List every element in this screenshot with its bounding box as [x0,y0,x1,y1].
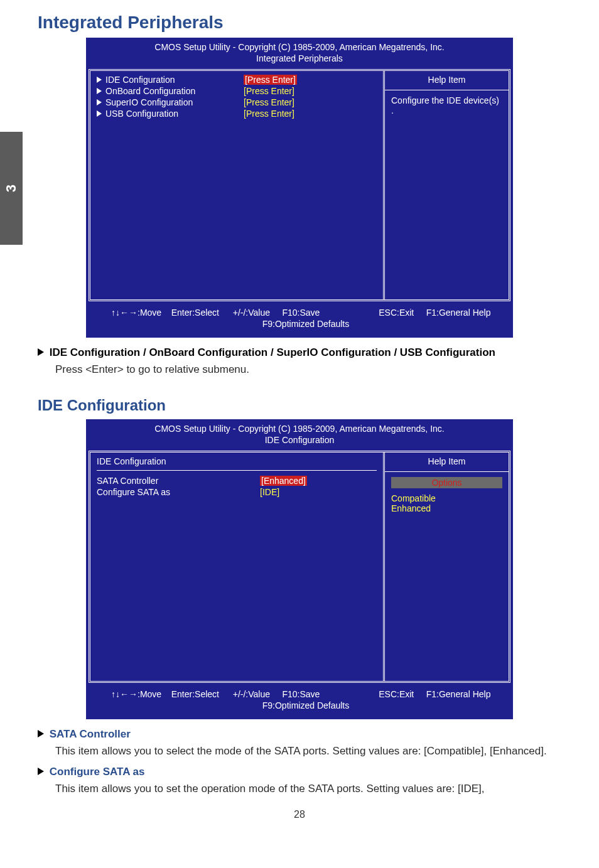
footer-general-text: F1:General Help [426,308,491,318]
bios-header-line2: Integrated Peripherals [86,53,513,64]
description-block-sata: SATA Controller This item allows you to … [38,728,561,759]
section-title-ide-config: IDE Configuration [38,397,561,414]
option-compatible: Compatible [391,493,502,503]
bios-header: CMOS Setup Utility - Copyright (C) 1985-… [86,419,513,451]
desc-header: Configure SATA as [38,766,561,778]
help-separator [385,471,509,472]
options-list: Compatible Enhanced [391,493,502,513]
help-title: Help Item [391,75,502,85]
bios-header-line2: IDE Configuration [86,434,513,446]
footer-move-text: ↑↓←→:Move [111,308,161,318]
footer-save-text: F10:Save [282,689,320,699]
desc-title-sata: SATA Controller [50,728,131,740]
footer-value-text: +/-/:Value [233,308,270,318]
menu-value: [Enhanced] [260,476,307,486]
page-content: Integrated Peripherals CMOS Setup Utilit… [0,0,599,845]
menu-label: IDE Configuration [105,75,244,85]
triangle-icon [38,768,44,775]
menu-item-sata-controller[interactable]: SATA Controller [Enhanced] [97,476,377,486]
bios-footer: ↑↓←→:Move Enter:Select +/-/:Value F10:Sa… [86,683,513,719]
menu-item-onboard[interactable]: OnBoard Configuration [Press Enter] [97,86,377,96]
desc-text: Press <Enter> to go to relative submenu. [55,362,561,378]
footer-defaults: F9:Optimized Defaults [111,319,500,329]
bios-header-line1: CMOS Setup Utility - Copyright (C) 1985-… [86,41,513,53]
menu-item-superio[interactable]: SuperIO Configuration [Press Enter] [97,97,377,107]
chapter-number: 3 [3,185,19,192]
desc-header: IDE Configuration / OnBoard Configuratio… [38,346,561,359]
footer-move: ↑↓←→:Move Enter:Select [111,308,233,318]
footer-save-text: F10:Save [282,308,320,318]
bios-footer: ↑↓←→:Move Enter:Select +/-/:Value F10:Sa… [86,301,513,338]
desc-text-configure: This item allows you to set the operatio… [55,781,561,797]
page-number: 28 [38,809,561,820]
description-block-configure: Configure SATA as This item allows you t… [38,766,561,797]
footer-move-text: ↑↓←→:Move [111,689,161,699]
menu-value: [Press Enter] [244,97,294,107]
option-enhanced: Enhanced [391,503,502,513]
bios-body: IDE Configuration SATA Controller [Enhan… [89,451,510,683]
bios-screen-ide: CMOS Setup Utility - Copyright (C) 1985-… [86,419,513,719]
help-separator [385,90,509,90]
footer-select-text: Enter:Select [171,308,219,318]
triangle-icon [97,88,102,94]
bios-help-panel: Help Item Configure the IDE device(s) . [383,71,509,299]
footer-center: +/-/:Value F10:Save [233,689,379,699]
triangle-icon [97,110,102,117]
desc-text-sata: This item allows you to select the mode … [55,743,561,759]
bios-menu-list: IDE Configuration [Press Enter] OnBoard … [90,71,383,299]
triangle-icon [38,348,44,356]
footer-center: +/-/:Value F10:Save [233,308,379,318]
chapter-tab: 3 [0,132,23,245]
options-header: Options [391,477,502,488]
triangle-icon [38,730,44,737]
group-header: IDE Configuration [97,456,377,471]
menu-label: SATA Controller [97,476,260,486]
triangle-icon [97,99,102,105]
menu-value: [Press Enter] [244,75,297,85]
help-title: Help Item [391,456,502,466]
desc-header-part2: OnBoard Configuration / SuperIO Configur… [149,346,495,358]
menu-item-configure-sata[interactable]: Configure SATA as [IDE] [97,487,377,497]
bios-header: CMOS Setup Utility - Copyright (C) 1985-… [86,38,513,69]
footer-general-text: F1:General Help [426,689,491,699]
footer-exit-text: ESC:Exit [379,308,414,318]
footer-defaults: F9:Optimized Defaults [111,700,500,710]
footer-move: ↑↓←→:Move Enter:Select [111,689,233,699]
bios-body: IDE Configuration [Press Enter] OnBoard … [89,69,510,301]
menu-value: [Press Enter] [244,86,294,96]
group-label: IDE Configuration [97,456,166,466]
desc-header: SATA Controller [38,728,561,741]
footer-right: ESC:Exit F1:General Help [379,308,500,318]
bios-header-line1: CMOS Setup Utility - Copyright (C) 1985-… [86,423,513,434]
menu-label: USB Configuration [105,109,244,119]
bios-menu-list: IDE Configuration SATA Controller [Enhan… [90,453,383,681]
footer-value-text: +/-/:Value [233,689,270,699]
bios-help-panel: Help Item Options Compatible Enhanced [383,453,509,681]
description-block-ide: IDE Configuration / OnBoard Configuratio… [38,346,561,378]
menu-item-usb[interactable]: USB Configuration [Press Enter] [97,109,377,119]
footer-select-text: Enter:Select [171,689,219,699]
menu-value: [IDE] [260,487,279,497]
menu-label: Configure SATA as [97,487,260,497]
desc-title-configure: Configure SATA as [50,766,145,778]
help-text: Configure the IDE device(s) . [391,95,502,115]
menu-value: [Press Enter] [244,109,294,119]
footer-right: ESC:Exit F1:General Help [379,689,500,699]
desc-header-part1: IDE Configuration / [50,346,149,358]
triangle-icon [97,77,102,83]
menu-item-ide[interactable]: IDE Configuration [Press Enter] [97,75,377,85]
menu-label: OnBoard Configuration [105,86,244,96]
section-title-integrated: Integrated Peripherals [38,13,561,33]
bios-screen-integrated: CMOS Setup Utility - Copyright (C) 1985-… [86,38,513,338]
menu-label: SuperIO Configuration [105,97,244,107]
footer-exit-text: ESC:Exit [379,689,414,699]
